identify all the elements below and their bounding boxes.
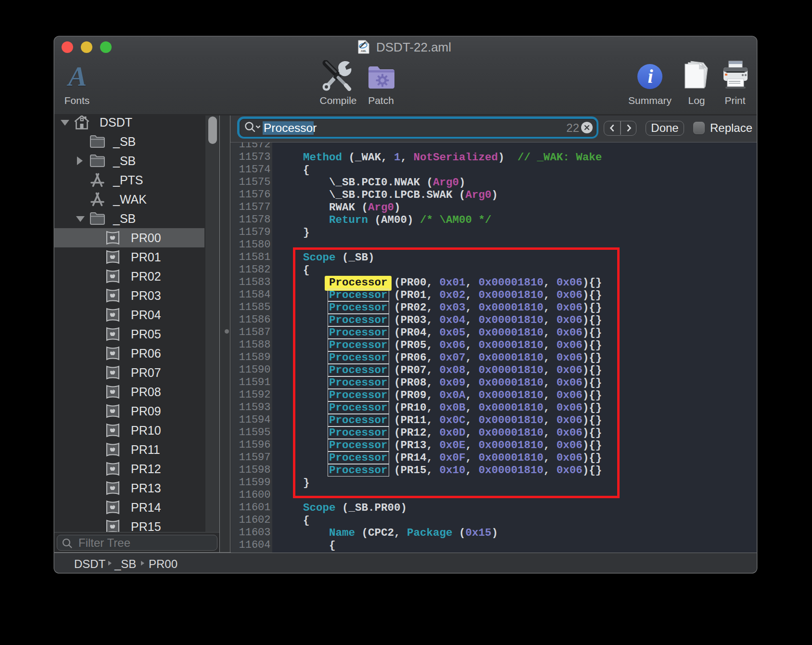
svg-text:AML: AML [361,50,367,52]
svg-text:i: i [647,65,653,87]
